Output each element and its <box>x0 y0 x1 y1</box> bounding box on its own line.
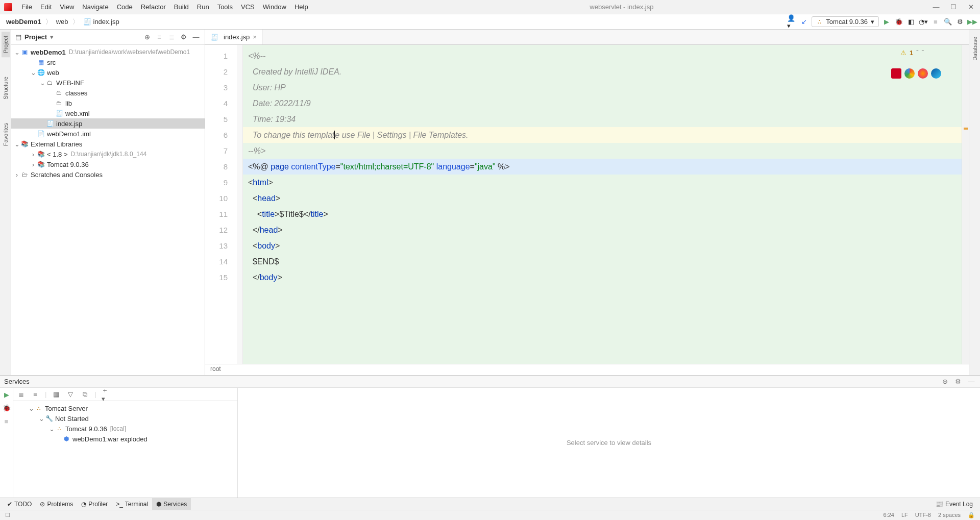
tree-web[interactable]: ⌄🌐web <box>11 67 205 78</box>
status-tips-icon[interactable]: ☐ <box>5 512 10 518</box>
menu-code[interactable]: Code <box>113 3 137 11</box>
bottom-tab-todo[interactable]: ✔TODO <box>3 498 36 510</box>
services-title[interactable]: Services <box>4 378 30 385</box>
debug-icon[interactable]: 🐞 <box>894 17 903 27</box>
menu-help[interactable]: Help <box>290 3 312 11</box>
tree-webxml[interactable]: 🧾web.xml <box>11 108 205 118</box>
code-line-5[interactable]: Time: 19:34 <box>248 111 964 127</box>
menu-refactor[interactable]: Refactor <box>137 3 170 11</box>
svc-config-node[interactable]: ⌄⛬Tomcat 9.0.36[local] <box>13 424 237 434</box>
status-lock-icon[interactable]: 🔒 <box>968 512 975 518</box>
code-line-2[interactable]: Created by IntelliJ IDEA. <box>248 64 964 80</box>
rail-database[interactable]: Database <box>971 33 979 65</box>
code-line-8[interactable]: <%@ page contentType="text/html;charset=… <box>243 159 969 175</box>
rail-favorites[interactable]: Favorites <box>2 119 10 150</box>
settings-gear-icon[interactable]: ⚙ <box>955 17 965 27</box>
coverage-icon[interactable]: ◧ <box>906 17 916 27</box>
tree-indexjsp[interactable]: 🧾index.jsp <box>11 118 205 129</box>
inspection-widget[interactable]: ⚠ 1 ˆ ˇ <box>900 49 924 57</box>
stop-icon[interactable]: ■ <box>931 17 940 27</box>
svc-expand-icon[interactable]: ≣ <box>16 390 26 399</box>
build-icon[interactable]: ↙ <box>799 17 808 27</box>
svc-debug-icon[interactable]: 🐞 <box>2 403 11 412</box>
expand-all-icon[interactable]: ≡ <box>155 33 164 42</box>
close-tab-icon[interactable]: × <box>253 33 257 41</box>
code-line-4[interactable]: Date: 2022/11/9 <box>248 95 964 111</box>
code-line-10[interactable]: <head> <box>248 190 964 206</box>
editor-breadcrumb[interactable]: root <box>205 364 969 375</box>
code-line-12[interactable]: </head> <box>248 222 964 238</box>
edge-icon[interactable] <box>931 68 941 79</box>
update-icon[interactable]: ▶▶ <box>968 17 977 27</box>
svc-filter-icon[interactable]: ▽ <box>66 390 75 399</box>
code-body[interactable]: <%-- Created by IntelliJ IDEA. User: HP … <box>243 45 969 364</box>
svc-add-icon[interactable]: ＋▾ <box>102 390 111 399</box>
code-line-1[interactable]: <%-- <box>248 48 964 64</box>
run-icon[interactable]: ▶ <box>882 17 891 27</box>
menu-file[interactable]: File <box>17 3 36 11</box>
editor-tab-indexjsp[interactable]: 🧾 index.jsp × <box>205 30 262 44</box>
menu-tools[interactable]: Tools <box>213 3 237 11</box>
menu-navigate[interactable]: Navigate <box>78 3 112 11</box>
status-position[interactable]: 6:24 <box>884 512 894 518</box>
pane-title[interactable]: Project <box>24 33 47 41</box>
services-tree[interactable]: ⌄⛬Tomcat Server ⌄🔧Not Started ⌄⛬Tomcat 9… <box>13 401 237 498</box>
rail-project[interactable]: Project <box>2 32 10 57</box>
status-encoding[interactable]: UTF-8 <box>915 512 931 518</box>
project-tree[interactable]: ⌄▣ webDemo1 D:\ruanjian\idea\work\webser… <box>11 45 205 375</box>
code-line-13[interactable]: <body> <box>248 238 964 254</box>
code-editor[interactable]: 123456789101112131415 <%-- Created by In… <box>205 45 969 364</box>
error-stripe[interactable] <box>962 45 969 364</box>
chevron-down-icon[interactable]: ▾ <box>50 33 54 41</box>
tree-src[interactable]: ▦src <box>11 57 205 67</box>
code-line-11[interactable]: <title>$Title$</title> <box>248 206 964 222</box>
menu-window[interactable]: Window <box>259 3 290 11</box>
warning-mark[interactable] <box>964 128 968 130</box>
code-line-14[interactable]: $END$ <box>248 254 964 269</box>
menu-build[interactable]: Build <box>170 3 193 11</box>
maximize-icon[interactable]: ☐ <box>948 3 959 11</box>
bottom-tab-problems[interactable]: ⊘Problems <box>36 498 77 510</box>
close-icon[interactable]: ✕ <box>966 3 976 11</box>
code-line-6[interactable]: To change this template use File | Setti… <box>243 127 969 143</box>
tree-classes[interactable]: 🗀classes <box>11 88 205 98</box>
tree-external-libraries[interactable]: ⌄📚External Libraries <box>11 139 205 149</box>
svc-run-icon[interactable]: ▶ <box>2 390 11 399</box>
svc-artifact-node[interactable]: ⬢webDemo1:war exploded <box>13 434 237 444</box>
intellij-browser-icon[interactable] <box>891 68 901 79</box>
tree-root[interactable]: ⌄▣ webDemo1 D:\ruanjian\idea\work\webser… <box>11 47 205 57</box>
locate-icon[interactable]: ⊕ <box>142 33 152 42</box>
tree-jdk[interactable]: ›📚< 1.8 >D:\ruanjian\jdk\jdk1.8.0_144 <box>11 149 205 159</box>
svc-hide-icon[interactable]: — <box>967 377 976 386</box>
crumb-0[interactable]: webDemo1 <box>3 17 44 27</box>
svc-view-icon[interactable]: ⧉ <box>80 390 89 399</box>
hide-icon[interactable]: — <box>191 33 201 42</box>
rail-structure[interactable]: Structure <box>2 72 10 104</box>
firefox-icon[interactable] <box>918 68 928 79</box>
code-line-9[interactable]: <html> <box>248 175 964 190</box>
svc-locate-icon[interactable]: ⊕ <box>940 377 949 386</box>
prev-problem-icon[interactable]: ˆ <box>916 49 918 57</box>
menu-vcs[interactable]: VCS <box>237 3 259 11</box>
crumb-2[interactable]: 🧾index.jsp <box>80 17 122 27</box>
tree-iml[interactable]: 📄webDemo1.iml <box>11 129 205 139</box>
crumb-1[interactable]: web <box>53 17 71 27</box>
svc-tomcat-server[interactable]: ⌄⛬Tomcat Server <box>13 403 237 413</box>
tree-webinf[interactable]: ⌄🗀WEB-INF <box>11 78 205 88</box>
svc-group-icon[interactable]: ▦ <box>52 390 61 399</box>
search-icon[interactable]: 🔍 <box>943 17 952 27</box>
status-line-sep[interactable]: LF <box>901 512 908 518</box>
add-config-icon[interactable]: 👤▾ <box>787 17 796 27</box>
breadcrumb[interactable]: webDemo1〉web〉🧾index.jsp <box>3 17 122 27</box>
menu-run[interactable]: Run <box>193 3 213 11</box>
collapse-all-icon[interactable]: ≣ <box>167 33 176 42</box>
bottom-tab-terminal[interactable]: >_Terminal <box>112 498 152 510</box>
svc-collapse-icon[interactable]: ≡ <box>31 390 40 399</box>
tree-scratches[interactable]: ›🗁Scratches and Consoles <box>11 169 205 180</box>
code-line-15[interactable]: </body> <box>248 269 964 285</box>
status-indent[interactable]: 2 spaces <box>938 512 961 518</box>
tree-lib[interactable]: 🗀lib <box>11 98 205 108</box>
svc-gear-icon[interactable]: ⚙ <box>953 377 963 386</box>
next-problem-icon[interactable]: ˇ <box>922 49 924 57</box>
tree-tomcat-lib[interactable]: ›📚Tomcat 9.0.36 <box>11 159 205 169</box>
